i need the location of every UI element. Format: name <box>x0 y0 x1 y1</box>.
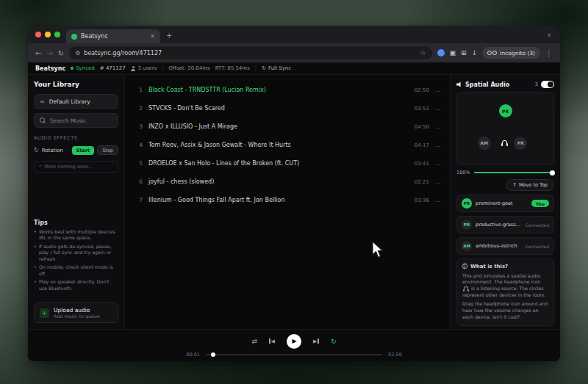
track-row[interactable]: 7 Illenium - Good Things Fall Apart ft. … <box>135 191 441 209</box>
incognito-badge: Incognito (3) <box>482 47 540 59</box>
browser-tab-beatsync[interactable]: Beatsync × <box>66 29 160 43</box>
search-music-box[interactable] <box>34 113 118 128</box>
track-menu-icon[interactable]: … <box>435 123 441 130</box>
default-library-button[interactable]: ≡ Default Library <box>34 94 118 109</box>
back-button[interactable]: ← <box>35 49 41 57</box>
minimize-window-button[interactable] <box>45 32 51 37</box>
info-title-text: What is this? <box>470 264 508 271</box>
track-menu-icon[interactable]: … <box>435 160 441 167</box>
track-menu-icon[interactable]: … <box>435 105 441 112</box>
volume-slider-knob[interactable] <box>550 170 555 175</box>
track-row[interactable]: 6 joyful - chess (slowed) 02:21 … <box>135 173 441 191</box>
device-circle-ambitious-ostrich[interactable]: AM <box>478 137 491 150</box>
rotation-icon: ↻ <box>34 147 39 153</box>
site-settings-icon[interactable]: ⚙ <box>75 50 80 57</box>
spatial-audio-toggle[interactable] <box>541 81 554 88</box>
move-to-top-icon: ↑ <box>512 182 516 188</box>
bookmark-star-icon[interactable]: ☆ <box>420 49 426 57</box>
track-menu-icon[interactable]: … <box>435 197 441 203</box>
info-icon: ⓘ <box>462 264 467 271</box>
track-title: DROELOE x San Holo - Lines of the Broken… <box>148 160 409 167</box>
track-menu-icon[interactable]: … <box>435 178 441 185</box>
desktop-background: Beatsync × + ∨ ← → ↻ ⚙ beatsync.gg/room/… <box>0 0 588 384</box>
spatial-audio-panel: Spatial Audio 3 PR AM PR 100% ↑ Move to … <box>450 75 560 329</box>
play-pause-button[interactable]: ▶ <box>287 334 301 349</box>
track-row[interactable]: 3 INZO x ILLUSIO - Just A Mirage 04:50 … <box>135 117 441 136</box>
apps-icon[interactable]: ▣ <box>450 49 456 57</box>
extension-icon[interactable] <box>437 49 445 57</box>
avatar: PR <box>462 220 472 230</box>
spatial-audio-title: Spatial Audio <box>465 81 532 88</box>
downloads-icon[interactable]: ↓ <box>472 49 478 57</box>
track-row[interactable]: 1 Black Coast - TRNDSTTR (Lucian Remix) … <box>135 81 441 99</box>
move-to-top-button[interactable]: ↑ Move to Top <box>506 179 554 191</box>
device-circle-prominent-goat[interactable]: PR <box>499 104 512 117</box>
library-icon: ≡ <box>40 98 45 105</box>
close-window-button[interactable] <box>35 32 41 37</box>
move-to-top-label: Move to Top <box>519 182 548 188</box>
spatial-device-count: 3 <box>535 81 538 87</box>
url-text: beatsync.gg/room/471127 <box>84 50 416 57</box>
track-row[interactable]: 2 STVCKS - Don't Be Scared 03:51 … <box>135 99 441 117</box>
tip-item: If audio gets de-synced, pause, play / f… <box>34 244 118 263</box>
full-sync-button[interactable]: ↻ Full Sync <box>262 65 291 71</box>
app-status-bar: Beatsync Synced # 471127 3 users | Offse… <box>28 62 560 75</box>
seek-bar-knob[interactable] <box>211 352 215 357</box>
track-menu-icon[interactable]: … <box>435 87 441 93</box>
rotation-stop-button[interactable]: Stop <box>97 145 118 155</box>
track-title: Black Coast - TRNDSTTR (Lucian Remix) <box>148 87 409 93</box>
incognito-label: Incognito (3) <box>500 50 535 57</box>
track-duration: 03:36 <box>415 198 429 203</box>
previous-track-button[interactable]: ◀ <box>269 338 275 344</box>
user-name: prominent-goat <box>476 200 528 206</box>
track-row[interactable]: 5 DROELOE x San Holo - Lines of the Brok… <box>135 154 441 173</box>
zoom-window-button[interactable] <box>54 32 60 37</box>
user-name: productive-grassho... <box>476 222 522 228</box>
shuffle-button[interactable]: ⇄ <box>252 338 258 345</box>
track-title: Tom Reev, Assix & Jason Gewalt - Where I… <box>148 142 409 148</box>
device-circle-productive-grasshopper[interactable]: PR <box>514 137 527 150</box>
full-sync-icon: ↻ <box>262 65 266 71</box>
extensions-puzzle-icon[interactable]: ⊞ <box>461 49 467 57</box>
track-number: 4 <box>135 142 143 148</box>
tip-item: On mobile, check silent mode is off. <box>34 264 118 277</box>
upload-subtitle: Add music to queue <box>54 314 100 319</box>
avatar: AM <box>462 241 472 251</box>
you-badge: You <box>531 200 549 207</box>
repeat-button[interactable]: ↻ <box>331 338 337 345</box>
beatsync-favicon-icon <box>71 34 77 40</box>
info-paragraph: This grid simulates a spatial audio envi… <box>462 273 548 299</box>
search-icon <box>40 117 46 123</box>
player-bar: ⇄ ◀ ▶ ▶ ↻ 00:01 02:59 <box>28 329 560 361</box>
track-duration: 04:17 <box>415 142 429 148</box>
reload-button[interactable]: ↻ <box>58 49 64 57</box>
track-duration: 02:21 <box>415 179 429 185</box>
volume-row: 100% <box>456 170 554 175</box>
address-bar[interactable]: ⚙ beatsync.gg/room/471127 ☆ <box>69 46 431 59</box>
track-number: 6 <box>135 178 143 185</box>
tab-search-icon[interactable]: ∨ <box>547 32 551 38</box>
room-number[interactable]: # 471127 <box>100 65 126 71</box>
audio-effects-label: AUDIO EFFECTS <box>34 135 118 141</box>
seek-bar[interactable] <box>206 354 382 355</box>
next-track-button[interactable]: ▶ <box>313 338 319 344</box>
track-menu-icon[interactable]: … <box>435 142 441 148</box>
headphone-listener-icon[interactable] <box>501 140 508 146</box>
new-tab-button[interactable]: + <box>166 32 172 40</box>
player-controls: ⇄ ◀ ▶ ▶ ↻ <box>28 334 560 349</box>
offset-value: Offset: 20.64ms <box>169 65 210 71</box>
total-time: 02:59 <box>388 352 402 358</box>
search-music-input[interactable] <box>50 117 112 124</box>
forward-button[interactable]: → <box>46 49 52 57</box>
volume-slider[interactable] <box>474 172 554 173</box>
spatial-grid[interactable]: PR AM PR <box>456 92 554 165</box>
user-name: ambitious-ostrich <box>476 243 522 249</box>
tab-close-icon[interactable]: × <box>150 33 155 40</box>
tips-title: Tips <box>34 220 118 226</box>
upload-audio-button[interactable]: + Upload audio Add music to queue <box>34 303 118 323</box>
rotation-start-button[interactable]: Start <box>72 146 95 155</box>
tab-title: Beatsync <box>81 33 146 40</box>
user-row: AM ambitious-ostrich Connected <box>456 237 554 255</box>
track-row[interactable]: 4 Tom Reev, Assix & Jason Gewalt - Where… <box>135 136 441 154</box>
browser-menu-icon[interactable]: ⋮ <box>545 49 553 57</box>
